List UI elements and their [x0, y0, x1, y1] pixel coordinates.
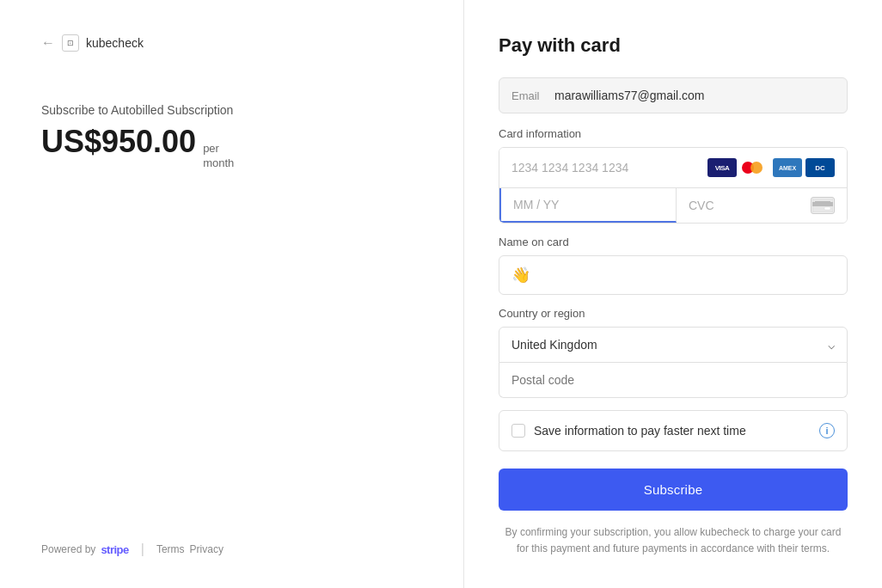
name-on-card-field[interactable]: 👋 — [499, 255, 848, 295]
right-panel: Pay with card Email marawilliams77@gmail… — [464, 0, 882, 588]
country-label: Country or region — [499, 307, 848, 320]
country-section: Country or region United Kingdom ⌵ — [499, 307, 848, 398]
info-icon[interactable]: i — [819, 423, 835, 438]
price-amount: US$950.00 — [41, 124, 196, 160]
expiry-input[interactable] — [499, 188, 677, 223]
name-section: Name on card 👋 — [499, 236, 848, 307]
left-footer: Powered by stripe | Terms Privacy — [41, 542, 422, 557]
subscription-label: Subscribe to Autobilled Subscription — [41, 103, 422, 117]
svg-rect-0 — [812, 199, 833, 212]
browser-bar: ← ⊡ kubecheck — [41, 34, 422, 52]
mastercard-icon — [740, 158, 769, 177]
card-number-placeholder: 1234 1234 1234 1234 — [511, 161, 707, 175]
cvc-icon — [811, 197, 835, 214]
subscription-info: Subscribe to Autobilled Subscription US$… — [41, 103, 422, 171]
diners-icon: DC — [805, 158, 835, 177]
hand-cursor-icon: 👋 — [511, 266, 530, 285]
card-number-row: 1234 1234 1234 1234 VISA AMEX DC — [499, 148, 847, 188]
email-value: marawilliams77@gmail.com — [554, 89, 704, 102]
left-content: ← ⊡ kubecheck Subscribe to Autobilled Su… — [41, 34, 422, 171]
email-row: Email marawilliams77@gmail.com — [499, 77, 848, 113]
cvc-row: CVC — [677, 188, 847, 223]
cvc-placeholder: CVC — [689, 199, 811, 212]
terms-link[interactable]: Terms — [156, 543, 185, 555]
chevron-down-icon: ⌵ — [828, 338, 835, 352]
back-arrow-icon[interactable]: ← — [41, 35, 55, 51]
price-row: US$950.00 permonth — [41, 124, 422, 171]
card-icons: VISA AMEX DC — [707, 158, 835, 177]
price-period: permonth — [203, 142, 234, 171]
save-info-label: Save information to pay faster next time — [534, 424, 811, 438]
postal-code-input[interactable] — [499, 363, 848, 398]
svg-rect-2 — [824, 207, 830, 210]
country-select[interactable]: United Kingdom ⌵ — [499, 327, 848, 363]
card-info-label: Card information — [499, 127, 848, 140]
amex-icon: AMEX — [773, 158, 802, 177]
left-panel: ← ⊡ kubecheck Subscribe to Autobilled Su… — [0, 0, 464, 588]
confirm-text: By confirming your subscription, you all… — [499, 524, 848, 557]
name-label: Name on card — [499, 236, 848, 248]
svg-rect-1 — [812, 202, 833, 206]
card-section: Card information 1234 1234 1234 1234 VIS… — [499, 127, 848, 236]
visa-icon: VISA — [707, 158, 737, 177]
browser-icon: ⊡ — [62, 34, 79, 52]
pay-title: Pay with card — [499, 34, 848, 57]
expiry-cvc-row: CVC — [499, 188, 847, 223]
save-info-row: Save information to pay faster next time… — [499, 410, 848, 451]
email-label: Email — [511, 89, 546, 102]
country-value: United Kingdom — [511, 338, 597, 352]
card-info-wrapper: 1234 1234 1234 1234 VISA AMEX DC CVC — [499, 147, 848, 224]
save-info-checkbox[interactable] — [511, 424, 525, 438]
subscribe-button[interactable]: Subscribe — [499, 469, 848, 511]
footer-divider: | — [141, 542, 144, 557]
privacy-link[interactable]: Privacy — [190, 543, 224, 555]
site-name: kubecheck — [86, 36, 144, 50]
stripe-logo: stripe — [101, 543, 128, 556]
powered-by-text: Powered by — [41, 543, 95, 555]
